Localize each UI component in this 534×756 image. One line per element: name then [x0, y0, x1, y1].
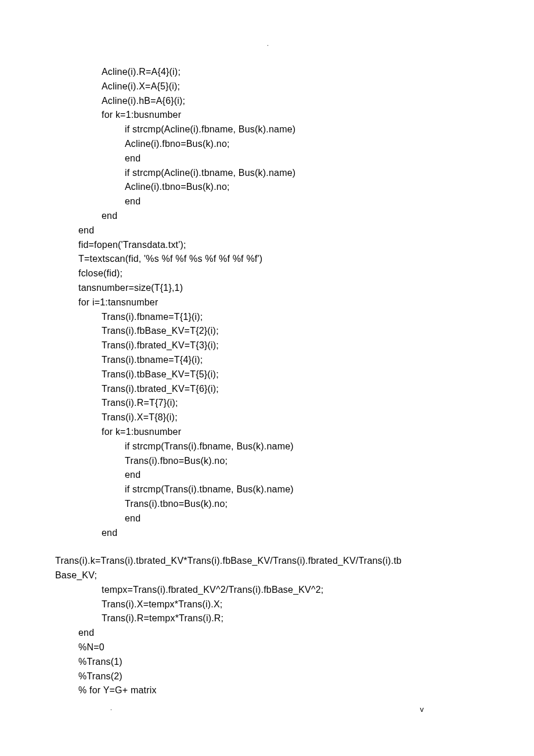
code-line: T=textscan(fid, '%s %f %f %s %f %f %f %f…	[55, 252, 479, 267]
code-line: Trans(i).fbno=Bus(k).no;	[55, 454, 479, 469]
code-line: end	[55, 526, 479, 541]
code-line: %Trans(2)	[55, 669, 479, 684]
code-line: Trans(i).tbBase_KV=T{5}(i);	[55, 368, 479, 382]
code-line: end	[55, 626, 479, 640]
code-line: end	[55, 209, 479, 224]
code-line: fid=fopen('Transdata.txt');	[55, 238, 479, 253]
bottom-dot-marker: .	[110, 704, 112, 713]
code-line: end	[55, 152, 479, 166]
code-line: % for Y=G+ matrix	[55, 683, 479, 698]
code-line: if strcmp(Acline(i).fbname, Bus(k).name)	[55, 123, 479, 137]
code-line: end	[55, 195, 479, 209]
code-line: for k=1:busnumber	[55, 425, 479, 440]
code-line: Trans(i).fbBase_KV=T{2}(i);	[55, 324, 479, 339]
code-line: Trans(i).R=T{7}(i);	[55, 396, 479, 411]
code-line: Trans(i).tbno=Bus(k).no;	[55, 497, 479, 512]
page-footer-marker: v	[420, 704, 424, 715]
code-line: Trans(i).tbname=T{4}(i);	[55, 353, 479, 368]
code-block-main: Acline(i).R=A{4}(i);Acline(i).X=A{5}(i);…	[55, 65, 479, 540]
code-line: Trans(i).X=T{8}(i);	[55, 411, 479, 425]
code-block-break: Trans(i).k=Trans(i).tbrated_KV*Trans(i).…	[55, 554, 479, 698]
code-line: fclose(fid);	[55, 267, 479, 281]
code-line: %N=0	[55, 640, 479, 655]
code-line: Base_KV;	[55, 568, 479, 583]
code-line: Trans(i).fbrated_KV=T{3}(i);	[55, 339, 479, 353]
code-line: if strcmp(Trans(i).fbname, Bus(k).name)	[55, 440, 479, 454]
code-line: Trans(i).k=Trans(i).tbrated_KV*Trans(i).…	[55, 554, 479, 568]
code-line: end	[55, 224, 479, 238]
code-line: if strcmp(Trans(i).tbname, Bus(k).name)	[55, 483, 479, 497]
code-line: Acline(i).tbno=Bus(k).no;	[55, 180, 479, 195]
code-line: for k=1:busnumber	[55, 108, 479, 123]
code-line: Acline(i).R=A{4}(i);	[55, 65, 479, 80]
code-line: Trans(i).tbrated_KV=T{6}(i);	[55, 382, 479, 397]
mid-spacer	[55, 540, 479, 554]
top-dot-marker: .	[267, 39, 269, 49]
code-line: Trans(i).X=tempx*Trans(i).X;	[55, 597, 479, 612]
code-line: end	[55, 468, 479, 483]
code-line: tansnumber=size(T{1},1)	[55, 281, 479, 296]
code-line: %Trans(1)	[55, 655, 479, 669]
code-line: tempx=Trans(i).fbrated_KV^2/Trans(i).fbB…	[55, 583, 479, 597]
code-line: end	[55, 512, 479, 526]
code-line: if strcmp(Acline(i).tbname, Bus(k).name)	[55, 166, 479, 181]
code-line: Acline(i).hB=A{6}(i);	[55, 94, 479, 109]
code-line: Acline(i).X=A{5}(i);	[55, 80, 479, 94]
code-line: Trans(i).fbname=T{1}(i);	[55, 310, 479, 325]
code-line: for i=1:tansnumber	[55, 296, 479, 310]
code-line: Trans(i).R=tempx*Trans(i).R;	[55, 611, 479, 626]
code-line: Acline(i).fbno=Bus(k).no;	[55, 137, 479, 152]
